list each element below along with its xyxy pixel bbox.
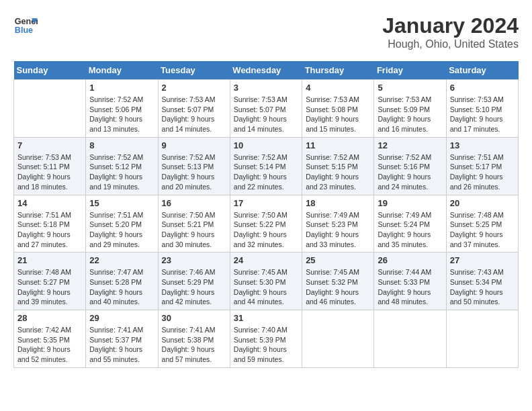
day-number: 25: [306, 255, 370, 265]
week-row-5: 28Sunrise: 7:42 AMSunset: 5:35 PMDayligh…: [14, 310, 519, 368]
calendar-cell: 29Sunrise: 7:41 AMSunset: 5:37 PMDayligh…: [86, 310, 158, 368]
day-number: 14: [17, 198, 82, 208]
main-title: January 2024: [382, 13, 519, 38]
day-number: 2: [162, 83, 226, 93]
day-number: 18: [306, 198, 370, 208]
calendar-cell: 17Sunrise: 7:50 AMSunset: 5:22 PMDayligh…: [230, 195, 302, 253]
header-monday: Monday: [86, 61, 158, 80]
day-info: Sunrise: 7:53 AMSunset: 5:10 PMDaylight:…: [450, 95, 515, 134]
day-number: 27: [450, 255, 515, 265]
week-row-2: 7Sunrise: 7:53 AMSunset: 5:11 PMDaylight…: [14, 137, 519, 195]
calendar-cell: 10Sunrise: 7:52 AMSunset: 5:14 PMDayligh…: [230, 137, 302, 195]
day-info: Sunrise: 7:52 AMSunset: 5:15 PMDaylight:…: [306, 152, 370, 192]
day-number: 5: [378, 83, 442, 93]
day-number: 11: [306, 140, 370, 150]
calendar-cell: 19Sunrise: 7:49 AMSunset: 5:24 PMDayligh…: [374, 195, 446, 253]
calendar-cell: 22Sunrise: 7:47 AMSunset: 5:28 PMDayligh…: [86, 253, 158, 310]
header-sunday: Sunday: [14, 61, 86, 80]
week-row-3: 14Sunrise: 7:51 AMSunset: 5:18 PMDayligh…: [14, 195, 519, 253]
day-info: Sunrise: 7:53 AMSunset: 5:07 PMDaylight:…: [234, 95, 298, 134]
calendar-cell: 1Sunrise: 7:52 AMSunset: 5:06 PMDaylight…: [86, 80, 158, 138]
calendar-cell: 14Sunrise: 7:51 AMSunset: 5:18 PMDayligh…: [14, 195, 86, 253]
day-info: Sunrise: 7:48 AMSunset: 5:27 PMDaylight:…: [17, 267, 82, 307]
calendar-cell: [374, 310, 446, 368]
day-info: Sunrise: 7:51 AMSunset: 5:18 PMDaylight:…: [17, 210, 82, 250]
subtitle: Hough, Ohio, United States: [382, 38, 519, 50]
day-info: Sunrise: 7:52 AMSunset: 5:12 PMDaylight:…: [89, 152, 154, 192]
calendar-cell: [14, 80, 86, 138]
header-tuesday: Tuesday: [158, 61, 230, 80]
day-info: Sunrise: 7:48 AMSunset: 5:25 PMDaylight:…: [450, 210, 515, 250]
day-info: Sunrise: 7:49 AMSunset: 5:24 PMDaylight:…: [378, 210, 442, 250]
calendar-cell: 7Sunrise: 7:53 AMSunset: 5:11 PMDaylight…: [14, 137, 86, 195]
logo: General Blue: [13, 13, 38, 38]
calendar-cell: 16Sunrise: 7:50 AMSunset: 5:21 PMDayligh…: [158, 195, 230, 253]
calendar-cell: 31Sunrise: 7:40 AMSunset: 5:39 PMDayligh…: [230, 310, 302, 368]
day-number: 17: [234, 198, 298, 208]
day-number: 10: [234, 140, 298, 150]
calendar-cell: 23Sunrise: 7:46 AMSunset: 5:29 PMDayligh…: [158, 253, 230, 310]
calendar-cell: 18Sunrise: 7:49 AMSunset: 5:23 PMDayligh…: [302, 195, 374, 253]
day-info: Sunrise: 7:51 AMSunset: 5:17 PMDaylight:…: [450, 152, 515, 192]
week-row-1: 1Sunrise: 7:52 AMSunset: 5:06 PMDaylight…: [14, 80, 519, 138]
day-info: Sunrise: 7:52 AMSunset: 5:13 PMDaylight:…: [162, 152, 226, 192]
day-info: Sunrise: 7:41 AMSunset: 5:38 PMDaylight:…: [162, 325, 226, 365]
day-number: 30: [162, 313, 226, 323]
day-info: Sunrise: 7:41 AMSunset: 5:37 PMDaylight:…: [89, 325, 154, 365]
calendar-cell: 30Sunrise: 7:41 AMSunset: 5:38 PMDayligh…: [158, 310, 230, 368]
day-number: 23: [162, 255, 226, 265]
logo-icon: General Blue: [13, 13, 38, 38]
day-number: 28: [17, 313, 82, 323]
day-info: Sunrise: 7:42 AMSunset: 5:35 PMDaylight:…: [17, 325, 82, 365]
day-number: 9: [162, 140, 226, 150]
calendar-cell: 4Sunrise: 7:53 AMSunset: 5:08 PMDaylight…: [302, 80, 374, 138]
day-number: 12: [378, 140, 442, 150]
calendar-cell: 26Sunrise: 7:44 AMSunset: 5:33 PMDayligh…: [374, 253, 446, 310]
calendar-cell: 11Sunrise: 7:52 AMSunset: 5:15 PMDayligh…: [302, 137, 374, 195]
calendar-table: SundayMondayTuesdayWednesdayThursdayFrid…: [13, 61, 519, 368]
day-number: 6: [450, 83, 515, 93]
day-info: Sunrise: 7:53 AMSunset: 5:09 PMDaylight:…: [378, 95, 442, 134]
day-info: Sunrise: 7:51 AMSunset: 5:20 PMDaylight:…: [89, 210, 154, 250]
day-number: 20: [450, 198, 515, 208]
header-saturday: Saturday: [446, 61, 518, 80]
day-info: Sunrise: 7:53 AMSunset: 5:07 PMDaylight:…: [162, 95, 226, 134]
calendar-cell: 20Sunrise: 7:48 AMSunset: 5:25 PMDayligh…: [446, 195, 518, 253]
day-info: Sunrise: 7:52 AMSunset: 5:06 PMDaylight:…: [89, 95, 154, 134]
day-info: Sunrise: 7:50 AMSunset: 5:22 PMDaylight:…: [234, 210, 298, 250]
day-info: Sunrise: 7:50 AMSunset: 5:21 PMDaylight:…: [162, 210, 226, 250]
calendar-cell: 9Sunrise: 7:52 AMSunset: 5:13 PMDaylight…: [158, 137, 230, 195]
day-info: Sunrise: 7:46 AMSunset: 5:29 PMDaylight:…: [162, 267, 226, 307]
day-info: Sunrise: 7:53 AMSunset: 5:08 PMDaylight:…: [306, 95, 370, 134]
day-number: 29: [89, 313, 154, 323]
calendar-cell: 5Sunrise: 7:53 AMSunset: 5:09 PMDaylight…: [374, 80, 446, 138]
calendar-cell: 28Sunrise: 7:42 AMSunset: 5:35 PMDayligh…: [14, 310, 86, 368]
day-number: 16: [162, 198, 226, 208]
calendar-cell: 8Sunrise: 7:52 AMSunset: 5:12 PMDaylight…: [86, 137, 158, 195]
day-number: 24: [234, 255, 298, 265]
calendar-cell: 27Sunrise: 7:43 AMSunset: 5:34 PMDayligh…: [446, 253, 518, 310]
day-info: Sunrise: 7:47 AMSunset: 5:28 PMDaylight:…: [89, 267, 154, 307]
calendar-cell: [446, 310, 518, 368]
calendar-cell: [302, 310, 374, 368]
calendar-cell: 21Sunrise: 7:48 AMSunset: 5:27 PMDayligh…: [14, 253, 86, 310]
calendar-cell: 15Sunrise: 7:51 AMSunset: 5:20 PMDayligh…: [86, 195, 158, 253]
day-number: 8: [89, 140, 154, 150]
calendar-cell: 3Sunrise: 7:53 AMSunset: 5:07 PMDaylight…: [230, 80, 302, 138]
day-number: 4: [306, 83, 370, 93]
day-info: Sunrise: 7:44 AMSunset: 5:33 PMDaylight:…: [378, 267, 442, 307]
calendar-header-row: SundayMondayTuesdayWednesdayThursdayFrid…: [14, 61, 519, 80]
calendar-cell: 12Sunrise: 7:52 AMSunset: 5:16 PMDayligh…: [374, 137, 446, 195]
day-info: Sunrise: 7:49 AMSunset: 5:23 PMDaylight:…: [306, 210, 370, 250]
day-number: 3: [234, 83, 298, 93]
day-info: Sunrise: 7:43 AMSunset: 5:34 PMDaylight:…: [450, 267, 515, 307]
day-number: 1: [89, 83, 154, 93]
day-number: 13: [450, 140, 515, 150]
calendar-cell: 2Sunrise: 7:53 AMSunset: 5:07 PMDaylight…: [158, 80, 230, 138]
calendar-cell: 24Sunrise: 7:45 AMSunset: 5:30 PMDayligh…: [230, 253, 302, 310]
calendar-cell: 13Sunrise: 7:51 AMSunset: 5:17 PMDayligh…: [446, 137, 518, 195]
calendar-cell: 6Sunrise: 7:53 AMSunset: 5:10 PMDaylight…: [446, 80, 518, 138]
day-info: Sunrise: 7:52 AMSunset: 5:14 PMDaylight:…: [234, 152, 298, 192]
day-number: 26: [378, 255, 442, 265]
day-number: 7: [17, 140, 82, 150]
